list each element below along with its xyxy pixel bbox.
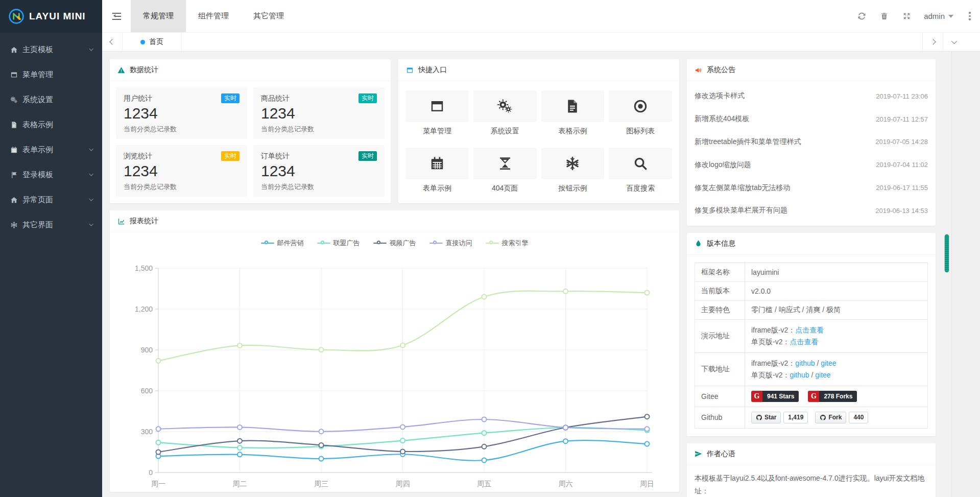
menu-collapse-button[interactable] <box>102 0 131 32</box>
header-tab-2[interactable]: 其它管理 <box>241 0 296 32</box>
announcement-row-3[interactable]: 修改logo缩放问题2019-07-04 11:02 <box>687 153 936 176</box>
sidebar-item-label: 表格示例 <box>22 120 53 130</box>
github-icon <box>820 414 826 421</box>
expand-icon <box>902 12 911 20</box>
shortcut-2[interactable]: 表格示例 <box>541 90 605 136</box>
status-badge: 实时 <box>358 93 377 103</box>
legend-item-0[interactable]: 邮件营销 <box>261 239 304 248</box>
link-点击查看[interactable]: 点击查看 <box>795 326 824 334</box>
refresh-button[interactable] <box>850 0 873 32</box>
shortcut-4[interactable]: 表单示例 <box>405 148 469 193</box>
sidebar-item-5[interactable]: 登录模板 <box>0 162 102 187</box>
announcement-row-1[interactable]: 新增系统404模板2019-07-11 12:57 <box>687 108 936 131</box>
link-gitee[interactable]: gitee <box>821 359 836 367</box>
stat-box-2[interactable]: 浏览统计实时1234当前分类总记录数 <box>116 145 247 197</box>
legend-item-3[interactable]: 直接访问 <box>429 239 472 248</box>
card-announcements-header: 系统公告 <box>687 59 936 81</box>
link-gitee[interactable]: gitee <box>815 371 830 379</box>
table-row: 演示地址iframe版-v2：点击查看单页版-v2：点击查看 <box>695 319 928 352</box>
card-author-words-header: 作者心语 <box>687 443 936 465</box>
sidebar-item-1[interactable]: 菜单管理 <box>0 62 102 87</box>
announcement-title: 修复左侧菜单缩放tab无法移动 <box>695 183 790 193</box>
shortcut-0[interactable]: 菜单管理 <box>405 90 469 136</box>
outer-scroll-area[interactable] <box>951 52 980 497</box>
github-star-button[interactable]: Star <box>751 412 781 423</box>
more-options-button[interactable] <box>960 0 980 32</box>
sidebar-item-2[interactable]: 系统设置 <box>0 87 102 112</box>
table-row: 框架名称layuimini <box>695 263 928 281</box>
version-row-value: iframe版-v2：点击查看单页版-v2：点击查看 <box>745 319 928 352</box>
shortcut-label: 百度搜索 <box>609 184 672 193</box>
card-data-stats: 数据统计 用户统计实时1234当前分类总记录数商品统计实时1234当前分类总记录… <box>110 59 391 203</box>
megaphone-icon <box>695 66 702 74</box>
github-count[interactable]: 1,419 <box>783 412 808 423</box>
shortcut-6[interactable]: 按钮示例 <box>541 148 605 193</box>
announcement-title: 修改选项卡样式 <box>695 91 745 101</box>
window-icon <box>406 66 414 74</box>
user-menu[interactable]: admin <box>918 0 960 32</box>
content-area: 数据统计 用户统计实时1234当前分类总记录数商品统计实时1234当前分类总记录… <box>102 52 980 497</box>
leaf-icon <box>695 240 702 247</box>
link-github[interactable]: github <box>795 359 815 367</box>
announcement-list: 修改选项卡样式2019-07-11 23:06新增系统404模板2019-07-… <box>687 81 936 226</box>
shortcut-5[interactable]: 404页面 <box>473 148 537 193</box>
version-row-label: 演示地址 <box>695 319 745 352</box>
stat-box-1[interactable]: 商品统计实时1234当前分类总记录数 <box>253 87 385 139</box>
sidebar-item-7[interactable]: 其它界面 <box>0 212 102 238</box>
active-tab-dot <box>140 40 145 44</box>
announcement-row-0[interactable]: 修改选项卡样式2019-07-11 23:06 <box>687 85 936 108</box>
sidebar-menu: 主页模板菜单管理系统设置表格示例表单示例登录模板异常页面其它界面 <box>0 33 102 238</box>
shortcut-grid: 菜单管理系统设置表格示例图标列表表单示例404页面按钮示例百度搜索 <box>398 81 679 202</box>
logo[interactable]: LAYUI MINI <box>0 0 102 33</box>
sidebar-item-0[interactable]: 主页模板 <box>0 37 102 62</box>
announcement-row-5[interactable]: 修复多模块菜单栏展开有问题2019-06-13 14:53 <box>687 199 936 222</box>
version-row-label: Gitee <box>695 386 745 407</box>
file-icon <box>565 99 580 114</box>
gitee-badge[interactable]: G941 Stars <box>751 391 799 402</box>
tab-home-label: 首页 <box>149 37 163 46</box>
announcement-date: 2019-06-17 11:55 <box>876 184 928 192</box>
link-点击查看[interactable]: 点击查看 <box>790 338 818 346</box>
sidebar-item-6[interactable]: 异常页面 <box>0 187 102 212</box>
shortcut-3[interactable]: 图标列表 <box>609 90 672 136</box>
legend-item-1[interactable]: 联盟广告 <box>317 239 360 248</box>
announcement-row-2[interactable]: 新增treetable插件和菜单管理样式2019-07-05 14:28 <box>687 131 936 154</box>
calendar-icon <box>10 146 18 154</box>
gitee-badge[interactable]: G278 Forks <box>808 391 857 402</box>
stat-box-3[interactable]: 订单统计实时1234当前分类总记录数 <box>253 145 385 197</box>
tabbar-spacer <box>182 33 922 51</box>
github-fork-button[interactable]: Fork <box>815 412 846 423</box>
tab-scroll-left-button[interactable] <box>102 33 123 51</box>
page-tabbar: 首页 <box>102 33 980 52</box>
shortcut-1[interactable]: 系统设置 <box>473 90 537 136</box>
stat-box-0[interactable]: 用户统计实时1234当前分类总记录数 <box>116 87 247 139</box>
sidebar-item-label: 登录模板 <box>22 170 53 180</box>
sidebar-item-label: 异常页面 <box>22 195 53 205</box>
svg-text:周一: 周一 <box>151 480 165 488</box>
legend-item-4[interactable]: 搜索引擎 <box>486 239 529 248</box>
announcement-row-4[interactable]: 修复左侧菜单缩放tab无法移动2019-06-17 11:55 <box>687 176 936 199</box>
scrollbar-thumb[interactable] <box>944 234 949 273</box>
sidebar-item-3[interactable]: 表格示例 <box>0 112 102 137</box>
shortcut-7[interactable]: 百度搜索 <box>609 148 672 193</box>
announcement-date: 2019-07-11 23:06 <box>876 92 928 100</box>
shortcut-label: 表单示例 <box>405 184 469 193</box>
link-github[interactable]: github <box>790 371 809 379</box>
status-badge: 实时 <box>221 151 240 161</box>
header-tab-0[interactable]: 常规管理 <box>131 0 186 32</box>
announcement-title: 新增treetable插件和菜单管理样式 <box>695 137 801 147</box>
sidebar-item-4[interactable]: 表单示例 <box>0 137 102 162</box>
github-count[interactable]: 440 <box>849 412 868 423</box>
tab-scroll-right-button[interactable] <box>922 33 943 51</box>
megaphone-icon <box>695 66 702 74</box>
shortcut-label: 系统设置 <box>473 127 537 136</box>
file-icon <box>10 121 18 129</box>
clear-cache-button[interactable] <box>873 0 895 32</box>
legend-item-2[interactable]: 视频广告 <box>373 239 416 248</box>
fullscreen-button[interactable] <box>895 0 918 32</box>
tab-operations-button[interactable] <box>943 33 963 51</box>
tab-home[interactable]: 首页 <box>123 33 182 51</box>
author-line1: 本模板基于layui2.5.4以及font-awesome-4.7.0进行实现。… <box>695 472 928 497</box>
header-tab-1[interactable]: 组件管理 <box>186 0 241 32</box>
stat-label: 订单统计 <box>261 152 290 161</box>
